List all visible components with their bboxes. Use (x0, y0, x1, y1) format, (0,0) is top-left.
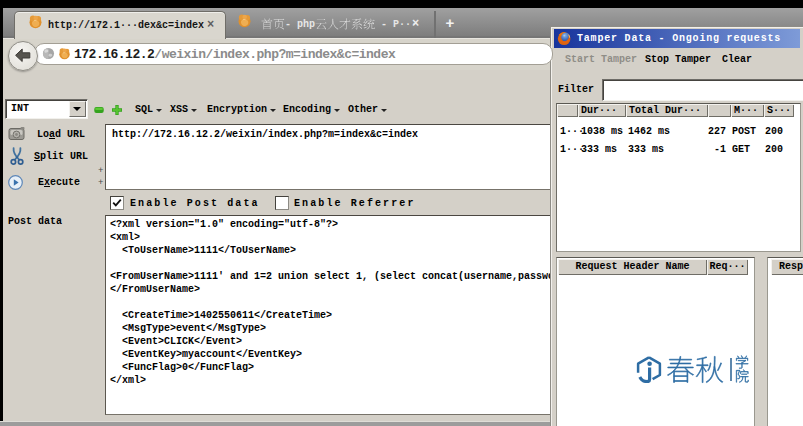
hackbar-menu-xss[interactable]: XSS (170, 102, 197, 116)
cjk-char (735, 369, 749, 383)
menu-stop-tamper[interactable]: Stop Tamper (645, 54, 711, 65)
request-row[interactable]: 1··· 333 ms 333 ms -1 GET 200 (557, 141, 800, 159)
hackbar-menu-label: XSS (170, 104, 188, 115)
hackbar-menu-encryption[interactable]: Encryption (207, 102, 276, 116)
watermark-brand-glyph (695, 355, 724, 384)
cjk-char (351, 18, 363, 30)
filter-input[interactable] (602, 79, 803, 101)
splitter-grippy-icon[interactable]: + (98, 166, 103, 176)
requests-column-header[interactable] (557, 104, 578, 117)
post-data-label: Post data (8, 216, 62, 227)
cjk-char (261, 18, 273, 30)
site-identity-icon[interactable] (42, 47, 55, 60)
ichunqiu-hexagon-icon (636, 356, 662, 383)
execute-button[interactable] (8, 175, 23, 190)
post-data-textarea[interactable]: <?xml version="1.0" encoding="utf-8"?> <… (105, 215, 554, 415)
hackbar-menu-label: Encryption (207, 104, 267, 115)
hackbar-menu-encoding[interactable]: Encoding (283, 102, 340, 116)
tab-close-icon[interactable]: × (207, 18, 214, 32)
url-bar[interactable]: 172.16.12.2/weixin/index.php?m=index&c=i… (34, 43, 553, 65)
hackbar-preset-select[interactable]: INT (5, 99, 88, 119)
new-tab-button[interactable]: + (439, 12, 461, 34)
hackbar-shrink-button[interactable] (94, 107, 104, 113)
cell-method: POST (732, 123, 756, 141)
hackbar-menu-label: SQL (135, 104, 153, 115)
load-url-label[interactable]: Load URL (37, 129, 85, 140)
menu-clear[interactable]: Clear (722, 54, 752, 65)
cjk-char (315, 18, 327, 30)
site-favicon-icon (237, 13, 252, 28)
chevron-down-icon (334, 109, 340, 112)
hackbar-menu-sql[interactable]: SQL (135, 102, 162, 116)
status-bar (0, 421, 554, 426)
hackbar-url-value: http://172.16.12.2/weixin/index.php?m=in… (112, 128, 553, 141)
cjk-char (735, 355, 749, 369)
checkmark-icon (112, 198, 122, 208)
request-header-value-column[interactable]: Req··· (707, 259, 748, 275)
screen: http://172.1···dex&c=index × - php - P··… (0, 0, 803, 426)
globe-icon (42, 47, 55, 60)
split-url-scissors-icon (10, 147, 24, 166)
load-url-button[interactable] (8, 126, 26, 141)
watermark-suffix-glyph (735, 369, 749, 383)
tab-title: - php - P··· (261, 18, 417, 30)
requests-column-header[interactable]: S··· (764, 104, 794, 117)
cell-duration: 333 ms (581, 141, 617, 159)
requests-table: Dur··· Total Dur··· M··· S··· 1··· 1038 … (556, 103, 801, 252)
splitter-grippy-icon[interactable]: + (98, 178, 103, 188)
combo-dropdown-button[interactable] (69, 101, 86, 117)
chevron-down-icon (381, 109, 387, 112)
back-button[interactable] (8, 41, 38, 71)
filter-label: Filter (558, 84, 594, 95)
requests-column-header[interactable]: Dur··· (578, 104, 626, 117)
cell-total_duration: 333 ms (628, 141, 664, 159)
load-url-icon (8, 126, 26, 141)
enable-post-data-checkbox[interactable] (110, 196, 124, 210)
cjk-char (666, 355, 695, 384)
tab-active[interactable]: http://172.1···dex&c=index × (14, 11, 226, 39)
request-header-name-column[interactable]: Request Header Name (558, 259, 707, 275)
requests-column-header[interactable]: Total Dur··· (626, 104, 708, 117)
request-row[interactable]: 1··· 1038 ms 1462 ms 227 POST 200 (557, 123, 800, 141)
response-headers-pane: Resp (767, 257, 803, 426)
page-favicon (58, 47, 71, 60)
tab-inactive[interactable]: - php - P··· × (228, 11, 436, 38)
enable-referrer-label[interactable]: Enable Referrer (294, 198, 416, 209)
ichunqiu-watermark (636, 355, 754, 384)
chevron-down-icon (156, 109, 162, 112)
split-url-button[interactable] (10, 147, 24, 166)
tab-close-icon[interactable]: × (412, 17, 419, 31)
response-header-name-column[interactable]: Resp (771, 259, 803, 275)
tamper-title-bar[interactable]: Tamper Data - Ongoing requests (554, 29, 800, 48)
split-url-label[interactable]: Split URL (34, 151, 88, 162)
cjk-char (339, 18, 351, 30)
hackbar-grow-button[interactable] (112, 105, 122, 115)
menu-start-tamper[interactable]: Start Tamper (565, 54, 637, 65)
hackbar-url-textarea[interactable]: http://172.16.12.2/weixin/index.php?m=in… (105, 124, 554, 190)
watermark-brand-glyph (666, 355, 695, 384)
cell-status: 200 (765, 141, 783, 159)
back-arrow-icon (14, 48, 31, 63)
cell-size: 227 (685, 123, 726, 141)
enable-referrer-checkbox[interactable] (275, 196, 289, 210)
cjk-char (695, 355, 724, 384)
enable-post-data-label[interactable]: Enable Post data (130, 198, 260, 209)
chevron-down-icon (73, 107, 81, 111)
hackbar-menu-label: Other (348, 104, 378, 115)
requests-column-header[interactable] (708, 104, 731, 117)
url-text: 172.16.12.2/weixin/index.php?m=index&c=i… (74, 47, 395, 62)
window-title: Tamper Data - Ongoing requests (577, 33, 781, 44)
hackbar-menu-label: Encoding (283, 104, 331, 115)
site-favicon-icon (58, 47, 71, 60)
grow-icon (112, 105, 122, 115)
cjk-char (273, 18, 285, 30)
post-data-value: <?xml version="1.0" encoding="utf-8"?> <… (110, 218, 553, 387)
requests-column-header[interactable]: M··· (731, 104, 764, 117)
cell-status: 200 (765, 123, 783, 141)
execute-label[interactable]: Execute (38, 177, 80, 188)
cell-size: -1 (685, 141, 726, 159)
hackbar-menu-other[interactable]: Other (348, 102, 387, 116)
cell-duration: 1038 ms (581, 123, 623, 141)
chevron-down-icon (191, 109, 197, 112)
cjk-char (363, 18, 375, 30)
